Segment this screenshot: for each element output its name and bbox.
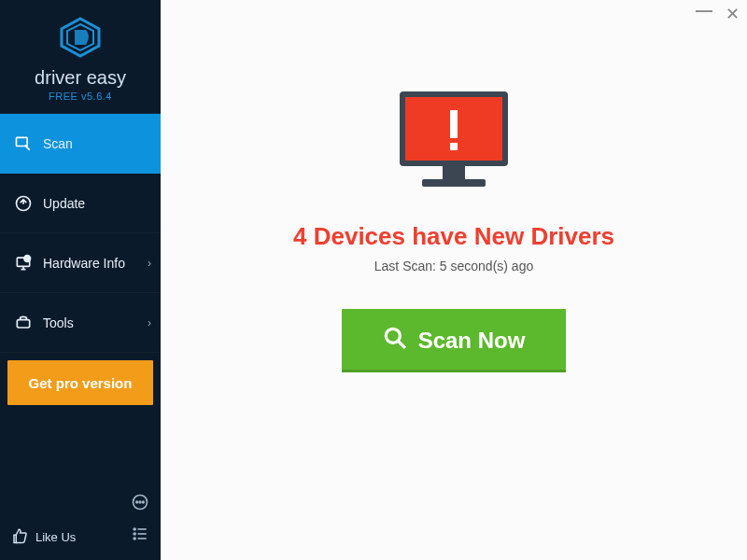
chevron-right-icon: › [148, 316, 151, 329]
get-pro-button[interactable]: Get pro version [7, 360, 153, 405]
sidebar-item-hardware-info[interactable]: i Hardware Info › [0, 233, 161, 293]
footer-icons [131, 493, 149, 547]
logo-icon [58, 17, 103, 62]
menu-list-icon[interactable] [131, 525, 149, 547]
svg-rect-21 [450, 143, 458, 150]
main-panel: 4 Devices have New Drivers Last Scan: 5 … [161, 0, 747, 560]
svg-line-25 [398, 341, 405, 348]
svg-rect-7 [17, 319, 29, 327]
svg-point-11 [143, 501, 145, 503]
app-window: — ✕ driver easy FREE v5.6.4 [0, 0, 747, 560]
svg-point-12 [134, 528, 135, 530]
status-headline: 4 Devices have New Drivers [293, 222, 614, 251]
like-us-label: Like Us [35, 530, 76, 544]
feedback-icon[interactable] [131, 493, 149, 515]
brand-name: driver easy [0, 67, 161, 89]
sidebar-footer: Like Us [0, 483, 161, 560]
search-icon [383, 326, 407, 356]
sidebar-item-scan[interactable]: Scan [0, 114, 161, 174]
scan-now-button[interactable]: Scan Now [342, 309, 567, 372]
update-icon [13, 194, 34, 213]
sidebar-item-update[interactable]: Update [0, 174, 161, 233]
get-pro-label: Get pro version [29, 375, 133, 391]
alert-monitor-illustration [388, 84, 519, 205]
scan-now-label: Scan Now [418, 328, 526, 354]
hardware-info-icon: i [13, 254, 34, 273]
svg-point-14 [134, 533, 135, 535]
svg-point-16 [134, 538, 135, 539]
sidebar-item-label: Scan [43, 136, 73, 151]
svg-text:i: i [27, 256, 28, 261]
svg-point-24 [386, 329, 400, 343]
svg-rect-2 [17, 137, 28, 146]
last-scan-text: Last Scan: 5 second(s) ago [374, 259, 533, 273]
scan-icon [13, 134, 34, 153]
close-button[interactable]: ✕ [726, 6, 740, 22]
svg-rect-22 [443, 166, 465, 179]
tools-icon [13, 314, 34, 332]
like-us-button[interactable]: Like Us [11, 527, 76, 547]
thumbs-up-icon [11, 527, 28, 547]
minimize-button[interactable]: — [696, 2, 712, 19]
brand-version: FREE v5.6.4 [0, 91, 161, 102]
sidebar-item-label: Tools [43, 315, 74, 330]
sidebar-item-label: Hardware Info [43, 256, 125, 271]
svg-rect-23 [422, 179, 486, 187]
sidebar-nav: Scan Update i Hardware [0, 114, 161, 353]
sidebar-item-label: Update [43, 196, 85, 211]
window-controls: — ✕ [696, 6, 740, 22]
svg-rect-20 [450, 110, 458, 138]
svg-point-9 [136, 501, 138, 503]
svg-point-10 [139, 501, 141, 503]
sidebar: driver easy FREE v5.6.4 Scan [0, 0, 161, 560]
chevron-right-icon: › [148, 257, 151, 270]
logo-area: driver easy FREE v5.6.4 [0, 0, 161, 114]
sidebar-item-tools[interactable]: Tools › [0, 293, 161, 353]
